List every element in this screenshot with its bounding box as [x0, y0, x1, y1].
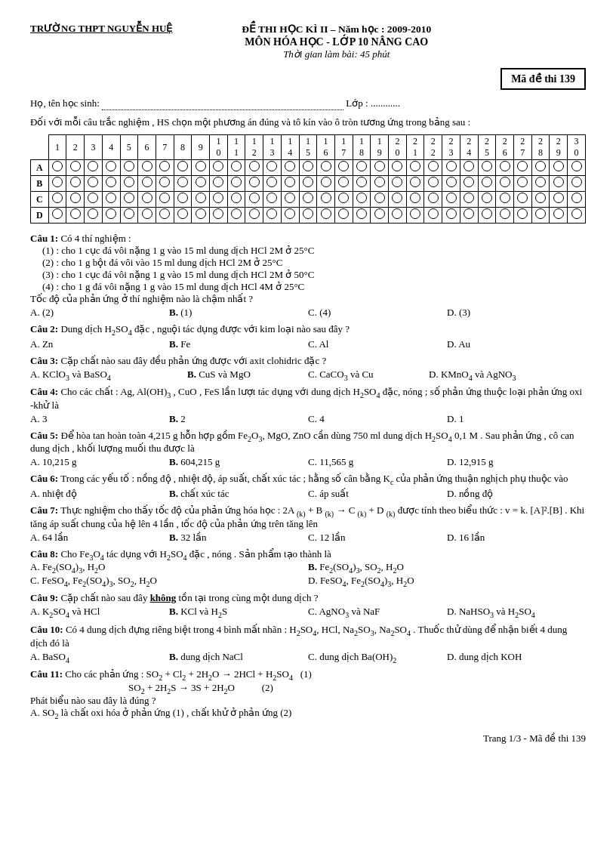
circle [70, 177, 81, 187]
circle [142, 161, 152, 171]
circle [88, 208, 98, 219]
circle [249, 161, 260, 171]
q2-opt-d: D. Au [447, 338, 586, 350]
q1-opt-d: D. (3) [447, 307, 586, 319]
circle [231, 161, 242, 171]
circle [231, 208, 242, 219]
circle [70, 193, 81, 203]
circle [106, 161, 116, 171]
question-1-sub1: (1) : cho 1 cục đá vôi nặng 1 g vào 15 m… [42, 245, 586, 257]
q3-opt-b: B. CuS và MgO [187, 368, 308, 382]
question-8-answers-row2: C. FeSO4, Fe2(SO4)3, SO2, H2O D. FeSO4, … [30, 575, 586, 588]
circle [177, 177, 188, 187]
circle [446, 161, 457, 171]
question-5-header: Câu 5: Để hòa tan hoàn toàn 4,215 g hỗn … [30, 430, 586, 455]
q10-opt-b: B. dung dịch NaCl [169, 651, 308, 665]
q8-opt-d: D. FeSO4, Fe2(SO4)3, H2O [308, 575, 586, 588]
circle [124, 161, 134, 171]
circle [196, 208, 206, 219]
question-11-opt-a: A. SO2 là chất oxi hóa ở phản ứng (1) , … [30, 707, 586, 720]
question-9: Câu 9: Cặp chất nào sau đây không tồn tạ… [30, 592, 586, 619]
circle [266, 161, 277, 171]
q10-opt-d: D. dung dịch KOH [447, 651, 586, 665]
circle [482, 208, 492, 219]
circle [553, 161, 564, 171]
q5-opt-a: A. 10,215 g [30, 456, 169, 468]
question-8-answers-row1: A. Fe2(SO4)3, H2O B. Fe2(SO4)3, SO2, H2O [30, 561, 586, 575]
exam-line1: ĐỀ THI HỌC KÌ II – Năm học : 2009-2010 [172, 23, 500, 35]
school-name: TRƯỜNG THPT NGUYỄN HUỆ [30, 23, 172, 35]
q9-opt-b: B. KCl và H2S [169, 606, 308, 619]
circle [142, 208, 152, 219]
circle [266, 177, 277, 187]
circle [428, 193, 439, 203]
q2-opt-b: B. Fe [169, 338, 308, 350]
circle [52, 177, 63, 187]
circle [428, 177, 439, 187]
q10-opt-a: A. BaSO4 [30, 651, 169, 665]
circle [464, 161, 474, 171]
exam-line2: MÔN HÓA HỌC - LỚP 10 NÂNG CAO [172, 35, 500, 48]
q9-opt-c: C. AgNO3 và NaF [308, 606, 447, 619]
circle [231, 193, 242, 203]
q2-opt-c: C. Al [308, 338, 447, 350]
question-10-header: Câu 10: Có 4 dung dịch đựng riêng biệt t… [30, 624, 586, 649]
circle [338, 208, 349, 219]
q6-opt-a: A. nhiệt độ [30, 488, 169, 500]
circle [124, 177, 134, 187]
question-6: Câu 6: Trong các yếu tố : nồng độ , nhiệ… [30, 473, 586, 500]
q3-opt-a: A. KClO3 và BaSO4 [30, 368, 187, 382]
circle [249, 177, 260, 187]
row-a-label: A [31, 160, 49, 176]
question-8-header: Câu 8: Cho Fe3O4 tác dụng với H2SO4 đặc … [30, 548, 586, 562]
label-name: Họ, tên học sinh: [30, 97, 100, 109]
circle [142, 177, 152, 187]
question-8: Câu 8: Cho Fe3O4 tác dụng với H2SO4 đặc … [30, 548, 586, 588]
question-9-header: Câu 9: Cặp chất nào sau đây không tồn tạ… [30, 592, 586, 604]
question-1-sub3: (3) : cho 1 cục đá vôi nặng 1 g vào 15 m… [42, 269, 586, 281]
circle [446, 208, 457, 219]
circle [177, 208, 188, 219]
circle [356, 193, 367, 203]
question-7: Câu 7: Thực nghiệm cho thấy tốc độ của p… [30, 504, 586, 544]
circle [392, 161, 402, 171]
circle [213, 208, 223, 219]
circle [500, 177, 510, 187]
circle [410, 161, 420, 171]
question-6-header: Câu 6: Trong các yếu tố : nồng độ , nhiệ… [30, 473, 586, 486]
circle [177, 193, 188, 203]
circle [303, 177, 313, 187]
question-11-reaction2: SO2 + 2H2S → 3S + 2H2O (2) [128, 682, 586, 695]
question-1-sub4: (4) : cho 1 g đá vôi nặng 1 g vào 15 ml … [42, 281, 586, 293]
circle [196, 161, 206, 171]
question-11-body: Phát biểu nào sau đây là đúng ? [30, 695, 586, 707]
circle [535, 177, 546, 187]
question-1-header: Câu 1: Có 4 thí nghiệm : [30, 233, 586, 245]
circle [482, 177, 492, 187]
circle [338, 193, 349, 203]
questions-section: Câu 1: Có 4 thí nghiệm : (1) : cho 1 cục… [30, 233, 586, 720]
circle [571, 161, 582, 171]
question-2: Câu 2: Dung dịch H2SO4 đặc , nguội tác d… [30, 323, 586, 350]
circle [517, 161, 528, 171]
q8-opt-c: C. FeSO4, Fe2(SO4)3, SO2, H2O [30, 575, 308, 588]
circle [70, 208, 81, 219]
q6-opt-b: B. chất xúc tác [169, 488, 308, 500]
question-6-answers: A. nhiệt độ B. chất xúc tác C. áp suất D… [30, 488, 586, 500]
circle [88, 193, 98, 203]
question-3: Câu 3: Cặp chất nào sau đây đều phản ứng… [30, 355, 586, 382]
q6-opt-d: D. nồng độ [447, 488, 586, 500]
circle [571, 208, 582, 219]
circle [535, 161, 546, 171]
q8-opt-b: B. Fe2(SO4)3, SO2, H2O [308, 561, 586, 575]
q8-opt-a: A. Fe2(SO4)3, H2O [30, 561, 308, 575]
circle [321, 193, 331, 203]
q9-opt-d: D. NaHSO3 và H2SO4 [447, 606, 586, 619]
circle [374, 208, 385, 219]
question-3-answers: A. KClO3 và BaSO4 B. CuS và MgO C. CaCO3… [30, 368, 586, 382]
q5-opt-c: C. 11,565 g [308, 456, 447, 468]
circle [159, 161, 170, 171]
circle [446, 177, 457, 187]
circle [159, 177, 170, 187]
dots: ............ [371, 97, 400, 109]
